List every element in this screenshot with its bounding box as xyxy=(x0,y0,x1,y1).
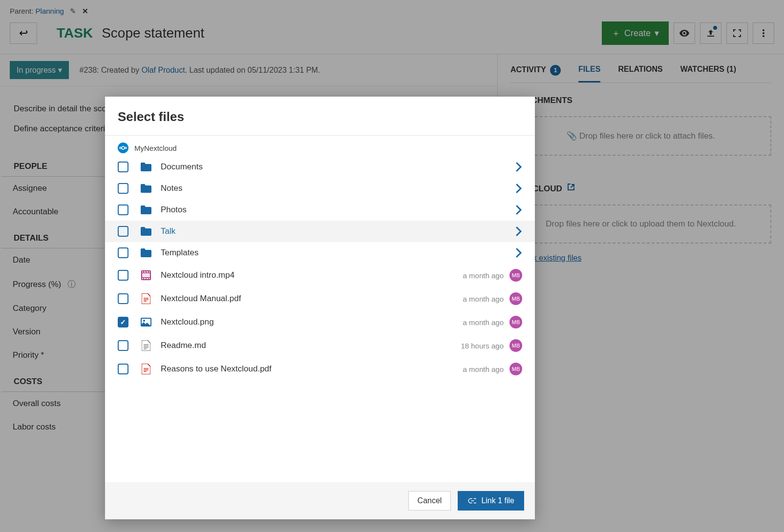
avatar: MB xyxy=(509,339,522,352)
chevron-right-icon[interactable] xyxy=(515,205,522,215)
folder-icon xyxy=(140,163,152,171)
link-file-button[interactable]: Link 1 file xyxy=(458,491,524,511)
file-row[interactable]: Templates xyxy=(105,242,535,264)
file-name: Readme.md xyxy=(161,341,461,350)
svg-point-9 xyxy=(143,320,145,322)
folder-icon xyxy=(140,184,152,193)
modal-footer: Cancel Link 1 file xyxy=(105,482,535,519)
file-checkbox[interactable] xyxy=(118,293,128,304)
file-checkbox[interactable] xyxy=(118,205,128,215)
avatar: MB xyxy=(509,292,522,305)
file-time: a month ago xyxy=(463,318,504,327)
file-row[interactable]: Reasons to use Nextcloud.pdfa month agoM… xyxy=(105,357,535,381)
svg-point-4 xyxy=(120,147,122,149)
chevron-right-icon[interactable] xyxy=(515,247,522,258)
modal-title: Select files xyxy=(105,97,535,136)
folder-icon xyxy=(140,227,152,236)
video-icon xyxy=(140,270,152,280)
file-checkbox[interactable] xyxy=(118,317,128,327)
file-row[interactable]: Documents xyxy=(105,156,535,178)
folder-icon xyxy=(140,248,152,257)
cancel-button[interactable]: Cancel xyxy=(408,491,451,511)
chevron-right-icon[interactable] xyxy=(515,226,522,237)
file-time: a month ago xyxy=(463,365,504,373)
file-checkbox[interactable] xyxy=(118,270,128,281)
pdf-icon xyxy=(140,364,152,374)
file-name: Talk xyxy=(161,226,515,236)
file-name: Nextcloud Manual.pdf xyxy=(161,294,463,304)
file-row[interactable]: Photos xyxy=(105,199,535,221)
file-checkbox[interactable] xyxy=(118,226,128,237)
file-row[interactable]: Notes xyxy=(105,178,535,199)
folder-icon xyxy=(140,205,152,214)
file-name: Photos xyxy=(161,205,515,215)
select-files-modal: Select files MyNextcloud DocumentsNotesP… xyxy=(105,97,535,519)
file-name: Nextcloud intro.mp4 xyxy=(161,270,463,280)
file-time: 18 hours ago xyxy=(461,342,504,350)
modal-breadcrumb[interactable]: MyNextcloud xyxy=(105,136,535,156)
avatar: MB xyxy=(509,316,522,328)
file-name: Reasons to use Nextcloud.pdf xyxy=(161,364,463,374)
file-checkbox[interactable] xyxy=(118,247,128,258)
file-row[interactable]: Nextcloud Manual.pdfa month agoMB xyxy=(105,287,535,310)
chevron-right-icon[interactable] xyxy=(515,183,522,194)
breadcrumb-label: MyNextcloud xyxy=(134,144,177,152)
file-time: a month ago xyxy=(463,295,504,303)
nextcloud-icon xyxy=(118,143,128,153)
link-button-label: Link 1 file xyxy=(481,496,514,505)
file-checkbox[interactable] xyxy=(118,364,128,374)
chevron-right-icon[interactable] xyxy=(515,162,522,172)
svg-point-3 xyxy=(122,146,125,149)
file-checkbox[interactable] xyxy=(118,183,128,194)
file-time: a month ago xyxy=(463,271,504,280)
file-row[interactable]: Nextcloud intro.mp4a month agoMB xyxy=(105,264,535,287)
file-checkbox[interactable] xyxy=(118,340,128,351)
file-row[interactable]: Talk xyxy=(105,221,535,242)
avatar: MB xyxy=(509,269,522,282)
link-icon xyxy=(467,497,476,504)
avatar: MB xyxy=(509,363,522,375)
text-icon xyxy=(140,340,152,351)
svg-rect-7 xyxy=(142,273,150,278)
svg-point-5 xyxy=(125,147,127,149)
file-row[interactable]: Nextcloud.pnga month agoMB xyxy=(105,310,535,334)
file-name: Templates xyxy=(161,248,515,258)
image-icon xyxy=(140,318,152,327)
file-name: Nextcloud.png xyxy=(161,317,463,327)
file-name: Documents xyxy=(161,162,515,172)
file-checkbox[interactable] xyxy=(118,162,128,172)
file-list: DocumentsNotesPhotosTalkTemplatesNextclo… xyxy=(105,156,535,482)
pdf-icon xyxy=(140,293,152,304)
file-row[interactable]: Readme.md18 hours agoMB xyxy=(105,334,535,357)
file-name: Notes xyxy=(161,184,515,193)
